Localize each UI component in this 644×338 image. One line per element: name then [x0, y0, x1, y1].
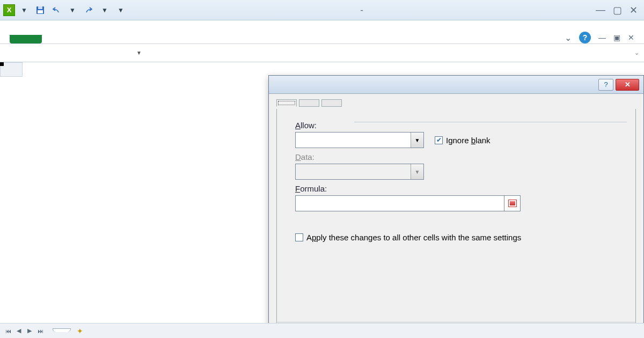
ribbon: ⌄ ? — ▣ ✕ [0, 20, 644, 44]
dialog-tab-settings[interactable] [276, 99, 297, 107]
quick-access-toolbar: X ▼ ▼ ▼ ▼ [3, 3, 128, 17]
redo-button[interactable] [82, 3, 96, 17]
tab-insert[interactable] [76, 35, 100, 43]
ignore-blank-checkbox[interactable]: ✔ Ignore blank [435, 136, 491, 145]
redo-dropdown[interactable]: ▼ [98, 3, 112, 17]
range-select-icon [508, 200, 517, 207]
formula-label: Formula: [295, 184, 627, 193]
tab-review[interactable] [171, 35, 194, 43]
fill-handle[interactable] [0, 62, 4, 66]
tab-home[interactable] [53, 35, 76, 43]
sheet-nav-prev[interactable]: ◀ [14, 326, 24, 336]
sheet-tab-sheet1[interactable] [53, 328, 71, 332]
workbook-close-icon[interactable]: ✕ [628, 33, 634, 42]
close-icon[interactable]: ✕ [630, 4, 638, 16]
workbook-minimize-icon[interactable]: — [598, 33, 606, 42]
qat-customize-dropdown[interactable]: ▼ [114, 3, 128, 17]
apply-to-cells-checkbox[interactable]: Apply these changes to all other cells w… [295, 233, 521, 242]
minimize-icon[interactable]: — [596, 4, 605, 16]
sheet-nav-first[interactable]: ⏮ [3, 326, 13, 336]
excel-logo-icon: X [3, 4, 15, 16]
allow-combo[interactable]: ▼ [295, 132, 424, 148]
dialog-help-button[interactable]: ? [598, 79, 613, 91]
tab-formulas[interactable] [123, 35, 147, 43]
new-sheet-button[interactable]: ✦ [74, 326, 86, 336]
dialog-tab-input-message[interactable] [299, 99, 319, 107]
formula-bar-expand-icon[interactable]: ⌄ [634, 49, 644, 56]
dialog-tab-error-alert[interactable] [321, 99, 342, 107]
sheet-nav-next[interactable]: ▶ [25, 326, 34, 336]
window-title: - [128, 5, 596, 16]
title-bar: X ▼ ▼ ▼ ▼ - — ▢ ✕ [0, 0, 644, 20]
formula-bar-row: ▼ ⌄ [0, 44, 644, 62]
svg-rect-2 [38, 10, 43, 13]
undo-button[interactable] [49, 3, 63, 17]
name-box-dropdown[interactable]: ▼ [136, 50, 142, 56]
tab-data[interactable] [147, 35, 171, 43]
sheet-nav-last[interactable]: ⏭ [35, 326, 45, 336]
dialog-close-button[interactable]: ✕ [616, 79, 639, 91]
undo-dropdown[interactable]: ▼ [65, 3, 79, 17]
chevron-down-icon: ▼ [411, 164, 423, 179]
save-button[interactable] [33, 3, 47, 17]
formula-input[interactable] [295, 195, 504, 211]
collapse-dialog-button[interactable] [504, 195, 521, 211]
help-icon[interactable]: ? [579, 32, 591, 43]
data-label: Data: [295, 152, 627, 161]
file-tab[interactable] [10, 35, 42, 43]
chevron-down-icon[interactable]: ▼ [411, 133, 423, 148]
tab-page-layout[interactable] [100, 35, 123, 43]
maximize-icon[interactable]: ▢ [613, 4, 622, 16]
svg-rect-1 [38, 6, 42, 9]
app-menu-dropdown[interactable]: ▼ [17, 3, 31, 17]
sheet-tab-bar: ⏮ ◀ ▶ ⏭ ✦ [0, 323, 644, 338]
data-combo: ▼ [295, 164, 424, 180]
workbook-restore-icon[interactable]: ▣ [613, 33, 620, 42]
ribbon-minimize-icon[interactable]: ⌄ [565, 33, 572, 43]
data-validation-dialog: ? ✕ Allow: ▼ ✔ Ignore bla [268, 75, 644, 338]
tab-view[interactable] [194, 35, 218, 43]
